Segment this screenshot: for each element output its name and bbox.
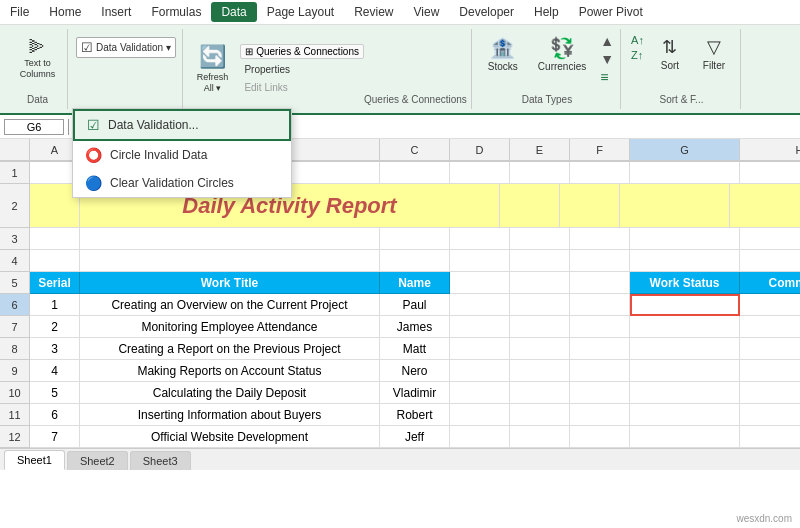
cell-d11[interactable] (450, 404, 510, 426)
cell-header-worktitle[interactable]: Work Title (80, 272, 380, 294)
cell-g9[interactable] (630, 360, 740, 382)
cell-c1[interactable] (380, 162, 450, 184)
cell-h11[interactable] (740, 404, 800, 426)
cell-g8[interactable] (630, 338, 740, 360)
cell-g12[interactable] (630, 426, 740, 448)
cell-h9[interactable] (740, 360, 800, 382)
refresh-all-btn[interactable]: 🔄 RefreshAll ▾ (189, 40, 237, 98)
stocks-btn[interactable]: 🏦 Stocks (480, 33, 526, 85)
cell-h10[interactable] (740, 382, 800, 404)
cell-e5[interactable] (510, 272, 570, 294)
col-header-c[interactable]: C (380, 139, 450, 161)
cell-h6[interactable] (740, 294, 800, 316)
data-types-expand-down[interactable]: ▼ (600, 51, 614, 67)
menu-developer[interactable]: Developer (449, 2, 524, 22)
cell-d1[interactable] (450, 162, 510, 184)
cell-d7[interactable] (450, 316, 510, 338)
text-to-columns-btn[interactable]: ⫸ Text toColumns (15, 33, 61, 83)
cell-f10[interactable] (570, 382, 630, 404)
cell-g7[interactable] (630, 316, 740, 338)
cell-d3[interactable] (450, 228, 510, 250)
menu-file[interactable]: File (0, 2, 39, 22)
row-header-7[interactable]: 7 (0, 316, 30, 338)
menu-help[interactable]: Help (524, 2, 569, 22)
cell-f6[interactable] (570, 294, 630, 316)
menu-view[interactable]: View (404, 2, 450, 22)
cell-e12[interactable] (510, 426, 570, 448)
cell-e11[interactable] (510, 404, 570, 426)
cell-f11[interactable] (570, 404, 630, 426)
row-header-5[interactable]: 5 (0, 272, 30, 294)
cell-e1[interactable] (510, 162, 570, 184)
col-header-g[interactable]: G (630, 139, 740, 161)
col-header-h[interactable]: H (740, 139, 800, 161)
row-header-8[interactable]: 8 (0, 338, 30, 360)
dropdown-circle-invalid[interactable]: ⭕ Circle Invalid Data (73, 141, 291, 169)
col-header-d[interactable]: D (450, 139, 510, 161)
cell-a7[interactable]: 2 (30, 316, 80, 338)
menu-power-pivot[interactable]: Power Pivot (569, 2, 653, 22)
cell-g1[interactable] (630, 162, 740, 184)
cell-c12[interactable]: Jeff (380, 426, 450, 448)
queries-connections-btn[interactable]: ⊞ Queries & Connections (240, 44, 364, 59)
cell-a6[interactable]: 1 (30, 294, 80, 316)
cell-h12[interactable] (740, 426, 800, 448)
cell-g10[interactable] (630, 382, 740, 404)
menu-data[interactable]: Data (211, 2, 256, 22)
menu-formulas[interactable]: Formulas (141, 2, 211, 22)
cell-b12[interactable]: Official Website Development (80, 426, 380, 448)
cell-c10[interactable]: Vladimir (380, 382, 450, 404)
cell-e2[interactable] (500, 184, 560, 228)
cell-d4[interactable] (450, 250, 510, 272)
cell-a3[interactable] (30, 228, 80, 250)
row-header-6[interactable]: 6 (0, 294, 30, 316)
sheet-tab-1[interactable]: Sheet1 (4, 450, 65, 470)
cell-g11[interactable] (630, 404, 740, 426)
cell-e9[interactable] (510, 360, 570, 382)
cell-g3[interactable] (630, 228, 740, 250)
cell-b10[interactable]: Calculating the Daily Deposit (80, 382, 380, 404)
cell-h3[interactable] (740, 228, 800, 250)
cell-d5[interactable] (450, 272, 510, 294)
cell-d9[interactable] (450, 360, 510, 382)
cell-f8[interactable] (570, 338, 630, 360)
cell-b9[interactable]: Making Reports on Account Status (80, 360, 380, 382)
col-header-e[interactable]: E (510, 139, 570, 161)
sort-za-btn[interactable]: Z↑ (629, 48, 646, 62)
cell-a9[interactable]: 4 (30, 360, 80, 382)
properties-btn[interactable]: Properties (240, 62, 364, 77)
cell-c7[interactable]: James (380, 316, 450, 338)
cell-f2[interactable] (560, 184, 620, 228)
cell-f7[interactable] (570, 316, 630, 338)
sort-az-btn[interactable]: A↑ (629, 33, 646, 47)
data-types-expand-up[interactable]: ▲ (600, 33, 614, 49)
cell-header-workstatus[interactable]: Work Status (630, 272, 740, 294)
cell-h7[interactable] (740, 316, 800, 338)
cell-d6[interactable] (450, 294, 510, 316)
cell-c9[interactable]: Nero (380, 360, 450, 382)
cell-e4[interactable] (510, 250, 570, 272)
cell-b4[interactable] (80, 250, 380, 272)
cell-h2[interactable] (730, 184, 800, 228)
menu-page-layout[interactable]: Page Layout (257, 2, 344, 22)
cell-h1[interactable] (740, 162, 800, 184)
cell-b3[interactable] (80, 228, 380, 250)
row-header-12[interactable]: 12 (0, 426, 30, 448)
cell-e10[interactable] (510, 382, 570, 404)
cell-c3[interactable] (380, 228, 450, 250)
currencies-btn[interactable]: 💱 Currencies (530, 33, 594, 85)
cell-c8[interactable]: Matt (380, 338, 450, 360)
cell-header-serial[interactable]: Serial (30, 272, 80, 294)
cell-f3[interactable] (570, 228, 630, 250)
cell-h4[interactable] (740, 250, 800, 272)
cell-c6[interactable]: Paul (380, 294, 450, 316)
cell-g4[interactable] (630, 250, 740, 272)
cell-g6-selected[interactable] (630, 294, 740, 316)
cell-e3[interactable] (510, 228, 570, 250)
cell-a4[interactable] (30, 250, 80, 272)
cell-a10[interactable]: 5 (30, 382, 80, 404)
cell-a8[interactable]: 3 (30, 338, 80, 360)
cell-f4[interactable] (570, 250, 630, 272)
sheet-tab-2[interactable]: Sheet2 (67, 451, 128, 470)
menu-insert[interactable]: Insert (91, 2, 141, 22)
